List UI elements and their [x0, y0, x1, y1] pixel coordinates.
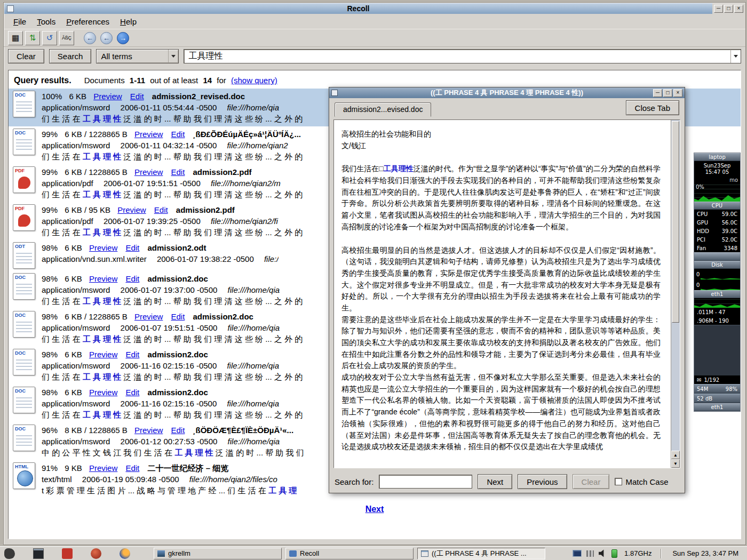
result-text: 91% 9 KB Preview Edit 二十一世纪经济 – 细览 text/… [42, 462, 297, 496]
scroll-up-icon[interactable]: ▲ [671, 451, 680, 459]
app-launcher-icon[interactable] [91, 548, 101, 559]
close-icon[interactable]: × [734, 5, 743, 13]
result-preview-link[interactable]: Preview [134, 426, 163, 435]
menu-tools[interactable]: Tools [31, 15, 61, 28]
result-edit-link[interactable]: Edit [125, 243, 139, 252]
result-snippet: 们 生 活 在 工 具 理 性 泛 滥 的 时 ... 帮 助 我 们 理 清 … [42, 189, 303, 200]
result-title: admission2_revised.doc [152, 92, 245, 101]
show-query-link[interactable]: (show query) [231, 76, 277, 85]
query-input[interactable]: 工具理性 [184, 49, 741, 63]
result-meta: application/msword 2006-01-11 04:32:14 -… [42, 140, 303, 151]
preview-search-input[interactable] [379, 475, 472, 489]
preview-titlebar[interactable]: ((工 PHRASE 4 具 PHRASE 4 理 PHRASE 4 性)) ─… [329, 87, 685, 98]
window-controls: ─ □ × [712, 3, 745, 14]
volume-icon[interactable] [599, 549, 607, 557]
forward-icon: → [120, 34, 126, 42]
result-preview-link[interactable]: Preview [89, 463, 117, 473]
menu-preferences[interactable]: Preferences [61, 15, 115, 28]
find-next-button[interactable]: Next [478, 474, 512, 489]
net-chart [694, 298, 740, 308]
preview-scrollbar[interactable]: ▲ ▼ [671, 120, 680, 468]
nav-back-button[interactable]: ← [100, 32, 113, 44]
nav-forward-button[interactable]: → [117, 32, 129, 44]
scrollbar-thumb[interactable] [672, 121, 679, 323]
sort-button[interactable]: ⇅ [25, 31, 40, 45]
result-edit-link[interactable]: Edit [154, 205, 168, 214]
taskbar-task-button[interactable]: ((工 PHRASE 4 具 PHRASE ... [417, 548, 545, 559]
gkrellm-spacer [694, 325, 740, 375]
find-previous-button[interactable]: Previous [518, 474, 567, 489]
result-text: 99% 6 KB / 95 KB Preview Edit admission2… [42, 204, 303, 238]
next-page-link[interactable]: Next [359, 505, 391, 514]
result-preview-link[interactable]: Preview [89, 243, 117, 252]
close-tab-button[interactable]: Close Tab [626, 100, 679, 115]
history-button[interactable]: ↺ [42, 31, 57, 45]
maximize-icon[interactable]: □ [663, 89, 672, 97]
result-edit-link[interactable]: Edit [171, 167, 185, 177]
search-mode-select[interactable]: All terms [96, 49, 179, 63]
battery-icon[interactable] [611, 549, 617, 558]
result-edit-link[interactable]: Edit [171, 130, 185, 139]
snippet-text: 泛 滥 的 时 ... 帮 助 我 们 理 清 这 些 纷 ... 之 外 的 [121, 152, 303, 161]
match-case-checkbox[interactable] [615, 478, 622, 485]
nav-first-button[interactable]: ← [84, 32, 96, 44]
tray-icon[interactable] [586, 550, 594, 557]
result-preview-link[interactable]: Preview [89, 388, 117, 397]
search-button[interactable]: Search [49, 49, 92, 63]
gkrellm-panel: laptop Sun23Sep 15:47 05 mo 0% CPU CPU59… [694, 153, 741, 412]
taskbar-clock: Sun Sep 23, 3:47 PM [668, 549, 743, 557]
result-preview-link[interactable]: Preview [134, 167, 163, 177]
disk-read-chart [701, 269, 740, 279]
keyboard-tray-icon[interactable] [573, 550, 582, 557]
result-edit-link[interactable]: Edit [125, 350, 139, 359]
clear-button[interactable]: Clear [8, 49, 44, 63]
menu-help[interactable]: Help [115, 15, 142, 28]
browser-launcher-icon[interactable] [120, 548, 130, 559]
result-preview-link[interactable]: Preview [134, 312, 163, 321]
krell-slider[interactable] [694, 252, 740, 261]
app-launcher-icon[interactable] [4, 548, 15, 559]
result-mimetype: text/html [42, 475, 72, 484]
memory-meter[interactable]: 54M 98% [694, 384, 740, 394]
menu-file[interactable]: File [8, 15, 31, 28]
taskbar-task-button[interactable]: gkrellm [154, 548, 282, 559]
result-edit-link[interactable]: Edit [125, 274, 139, 283]
preview-tab[interactable]: admission2...evised.doc [335, 102, 431, 117]
term-explorer-label: ÂßÇ [62, 35, 71, 41]
temp-value: 59.0C [722, 211, 737, 217]
result-edit-link[interactable]: Edit [130, 92, 144, 101]
close-icon[interactable]: × [673, 89, 682, 97]
result-edit-link[interactable]: Edit [125, 463, 139, 473]
result-edit-link[interactable]: Edit [125, 388, 139, 397]
result-preview-link[interactable]: Preview [89, 350, 117, 359]
gkrellm-hostname[interactable]: laptop [694, 153, 740, 161]
result-preview-link[interactable]: Preview [117, 205, 146, 214]
find-clear-button[interactable]: Clear [573, 474, 610, 489]
minimize-icon[interactable]: ─ [714, 5, 723, 13]
result-size: 6 KB / 1228865 B [65, 130, 128, 139]
maximize-icon[interactable]: □ [724, 5, 733, 13]
volume-meter[interactable]: 52 dB [694, 394, 740, 403]
scroll-down-icon[interactable]: ▼ [671, 459, 680, 468]
table-view-button[interactable]: ▦ [8, 31, 23, 45]
preview-body[interactable]: 高校招生的社会功能和目的文/钱江我们生活在□工具理性泛滥的时代。作为“世之显学”… [334, 120, 670, 468]
result-edit-link[interactable]: Edit [171, 312, 185, 321]
result-edit-link[interactable]: Edit [171, 426, 185, 435]
terminal-launcher-icon[interactable] [33, 548, 44, 559]
app-launcher-icon[interactable] [62, 548, 73, 559]
result-headline: 99% 6 KB / 95 KB Preview Edit admission2… [42, 204, 303, 215]
chevron-down-icon[interactable] [730, 50, 741, 63]
taskbar-task-button[interactable]: Recoll [285, 548, 414, 559]
result-preview-link[interactable]: Preview [89, 274, 117, 283]
result-url: file:///home/qia [228, 285, 280, 294]
result-mimetype: application/msword [42, 323, 110, 332]
temp-value: 39.0C [722, 228, 737, 234]
snippet-text: 们 生 活 在 [42, 228, 83, 237]
window-titlebar[interactable]: Recoll [4, 3, 712, 14]
chevron-down-icon[interactable] [168, 50, 178, 63]
result-preview-link[interactable]: Preview [93, 92, 122, 101]
result-preview-link[interactable]: Preview [134, 130, 163, 139]
minimize-icon[interactable]: ─ [653, 89, 662, 97]
result-title: admission2.doc [147, 388, 208, 397]
term-explorer-button[interactable]: ÂßÇ [59, 31, 74, 45]
